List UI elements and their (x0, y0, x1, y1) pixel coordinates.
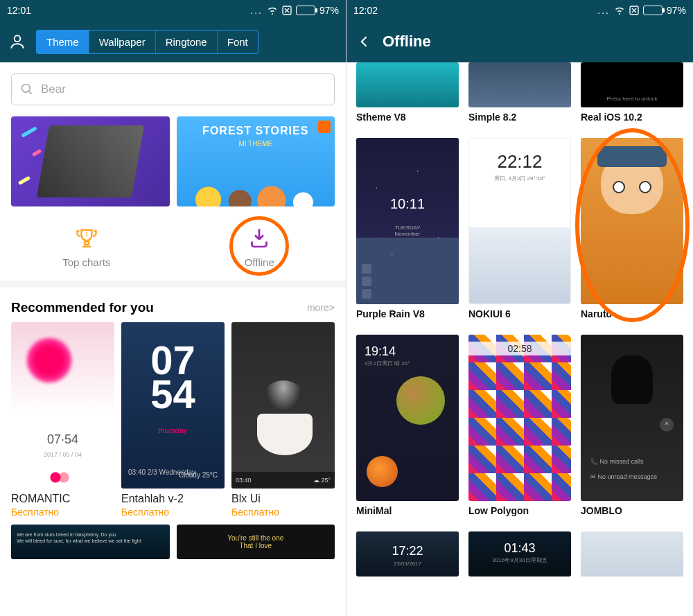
theme-card[interactable]: 01:43 2016年9月30日星期五 (468, 531, 571, 577)
status-icons: ... 97% (250, 5, 339, 16)
theme-card[interactable]: Press here to unlock Real iOS 10.2 (581, 62, 683, 130)
theme-card[interactable] (581, 531, 683, 577)
screen-theme-store: 12:01 ... 97% Theme Wallpaper Ringtone F… (0, 0, 346, 616)
theme-thumbnail: Press here to unlock (581, 62, 683, 107)
battery-icon (643, 6, 663, 15)
theme-thumbnail: 19:14 4月2日周日 晴 26° (356, 335, 459, 501)
battery-icon (296, 6, 315, 15)
theme-thumbnail: 17:22 23/03/2017 (356, 531, 459, 577)
tab-ringtone[interactable]: Ringtone (156, 30, 218, 53)
theme-name: Naruto (581, 308, 683, 319)
theme-grid: Stheme V8 Simple 8.2 Press here to unloc… (356, 62, 683, 577)
status-bar: 12:01 ... 97% (0, 0, 346, 21)
theme-price: Бесплатно (231, 507, 335, 518)
theme-thumbnail (581, 138, 683, 304)
battery-pct: 97% (667, 5, 686, 16)
theme-thumbnail: 07·54 2017 / 05 / 04 (11, 322, 114, 489)
top-charts-button[interactable]: 1 Top charts (0, 226, 173, 268)
theme-card[interactable]: We are from slurs breed in blasphemy. Do… (11, 525, 170, 559)
header: Offline (346, 21, 693, 62)
tab-wallpaper[interactable]: Wallpaper (89, 30, 156, 53)
no-sim-icon (629, 6, 639, 15)
theme-card[interactable]: 17:22 23/03/2017 (356, 531, 459, 577)
page-title: Offline (383, 33, 431, 51)
battery-pct: 97% (319, 5, 339, 16)
banner-title: FOREST STORIES (177, 125, 335, 137)
banner-forest-stories[interactable]: FOREST STORIES MI THEME (177, 116, 335, 206)
recommended-row: 07·54 2017 / 05 / 04 ROMANTIC Бесплатно … (0, 322, 346, 518)
theme-price: Бесплатно (11, 507, 114, 518)
tab-font[interactable]: Font (218, 30, 258, 53)
highlight-circle (229, 216, 289, 276)
theme-name: Blx Ui (231, 493, 335, 505)
tab-theme[interactable]: Theme (37, 30, 89, 53)
search-bar[interactable] (11, 73, 335, 105)
theme-thumbnail: 01:43 2016年9月30日星期五 (468, 531, 571, 577)
theme-name: Purple Rain V8 (356, 308, 459, 319)
theme-name: Simple 8.2 (468, 112, 571, 123)
search-icon (20, 82, 34, 96)
theme-thumbnail (356, 62, 459, 107)
theme-card[interactable]: 02:58 Low Polygon (468, 335, 571, 523)
status-bar: 12:02 ... 97% (346, 0, 693, 21)
theme-card[interactable]: ^ 📞 No missed calls ✉ No unread messages… (581, 335, 683, 523)
screen-offline-themes: 12:02 ... 97% Offline Stheme V8 Simple 8… (346, 0, 693, 616)
theme-thumbnail: 10:11 TUESDAYNovember (356, 138, 459, 304)
top-charts-label: Top charts (62, 256, 110, 268)
more-link[interactable]: more> (307, 302, 335, 313)
banner-subtitle: MI THEME (177, 140, 335, 148)
theme-thumbnail: 0754 thursday 03:40 2/3 Wednesday Cloudy… (121, 322, 225, 489)
back-button[interactable] (358, 35, 371, 49)
theme-name: JOMBLO (581, 505, 683, 516)
svg-point-1 (15, 35, 21, 42)
theme-card[interactable]: 22:12 周日, 4月2日 29°/18° NOKIUI 6 (468, 138, 571, 326)
status-time: 12:02 (353, 5, 378, 16)
theme-thumbnail (468, 62, 571, 107)
profile-icon[interactable] (8, 33, 26, 51)
theme-card[interactable]: You're still the oneThat I love (177, 525, 335, 559)
theme-card[interactable]: Naruto (581, 138, 683, 326)
theme-name: MiniMal (356, 505, 459, 516)
header: Theme Wallpaper Ringtone Font (0, 21, 346, 62)
theme-thumbnail: ^ 📞 No missed calls ✉ No unread messages (581, 335, 683, 501)
theme-name: Stheme V8 (356, 112, 459, 123)
featured-banners: FOREST STORIES MI THEME (0, 116, 346, 206)
recommended-title: Recommended for you (11, 300, 154, 315)
theme-card[interactable]: Simple 8.2 (468, 62, 571, 130)
status-time: 12:01 (7, 5, 31, 16)
offline-button[interactable]: Offline (173, 226, 346, 268)
theme-thumbnail: 02:58 (468, 335, 571, 501)
theme-name: Low Polygon (468, 505, 571, 516)
theme-name: Entahlah v-2 (121, 493, 225, 505)
wifi-icon (614, 6, 625, 15)
theme-card[interactable]: 07·54 2017 / 05 / 04 ROMANTIC Бесплатно (11, 322, 114, 518)
theme-name: Real iOS 10.2 (581, 112, 683, 123)
category-tabs: Theme Wallpaper Ringtone Font (36, 30, 258, 54)
theme-thumbnail: 03:40☁ 25° (231, 322, 335, 489)
theme-card[interactable]: 0754 thursday 03:40 2/3 Wednesday Cloudy… (121, 322, 225, 518)
theme-card[interactable]: Stheme V8 (356, 62, 459, 130)
theme-card[interactable]: 10:11 TUESDAYNovember Purple Rain V8 (356, 138, 459, 326)
status-icons: ... 97% (597, 5, 686, 16)
quick-links: 1 Top charts Offline (0, 206, 346, 281)
wifi-icon (267, 6, 278, 15)
banner-jewelry-blue[interactable] (11, 116, 170, 206)
search-input[interactable] (41, 82, 326, 96)
theme-thumbnail: 22:12 周日, 4月2日 29°/18° (468, 138, 571, 304)
theme-name: NOKIUI 6 (468, 308, 571, 319)
theme-card[interactable]: 03:40☁ 25° Blx Ui Бесплатно (231, 322, 335, 518)
theme-thumbnail (581, 531, 683, 577)
no-sim-icon (282, 6, 292, 15)
svg-point-2 (22, 85, 30, 93)
theme-card[interactable]: 19:14 4月2日周日 晴 26° MiniMal (356, 335, 459, 523)
trophy-icon: 1 (74, 226, 99, 251)
theme-price: Бесплатно (121, 507, 225, 518)
chevron-up-icon: ^ (660, 418, 674, 432)
svg-text:1: 1 (85, 231, 88, 238)
theme-name: ROMANTIC (11, 493, 114, 505)
